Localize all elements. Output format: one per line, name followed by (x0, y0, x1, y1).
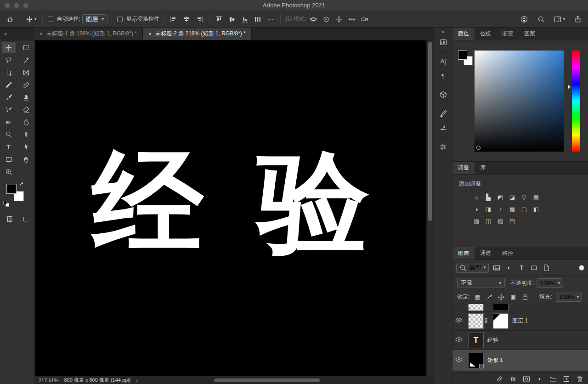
layer-mask-thumbnail[interactable] (493, 313, 509, 329)
rectangular-marquee-tool[interactable] (19, 42, 33, 53)
lock-all-button[interactable] (521, 293, 529, 302)
close-icon[interactable]: × (148, 31, 152, 37)
account-button[interactable] (519, 13, 530, 25)
tab-swatches[interactable]: 色板 (475, 28, 497, 40)
lock-artboard-button[interactable]: ▣ (509, 293, 517, 302)
history-brush-tool[interactable] (2, 104, 16, 115)
swap-colors-icon[interactable] (19, 182, 27, 189)
tab-gradients[interactable]: 渐变 (497, 28, 519, 40)
minimize-window-button[interactable] (14, 3, 19, 8)
hue-slider-arrow-icon[interactable] (568, 85, 571, 89)
paragraph-panel-button[interactable]: ¶ (435, 69, 451, 83)
gradient-tool[interactable] (2, 116, 16, 128)
dodge-tool[interactable] (2, 129, 16, 140)
layer-mask-thumbnail[interactable] (493, 304, 509, 311)
align-center-vertical-button[interactable] (226, 13, 237, 25)
layer-thumbnail[interactable] (468, 313, 484, 329)
layer-filter-toggle[interactable] (579, 265, 584, 271)
3d-pan-button[interactable] (334, 13, 345, 25)
screen-mode-button[interactable] (20, 213, 31, 225)
tab-adjustments[interactable]: 调整 (452, 162, 475, 174)
filter-type-layers-button[interactable]: T (517, 263, 526, 273)
visibility-toggle[interactable] (452, 311, 465, 330)
show-transform-checkbox[interactable] (117, 17, 123, 22)
home-button[interactable] (5, 13, 16, 25)
adjustment-levels-button[interactable]: ▙ (483, 192, 494, 202)
edit-toolbar-button[interactable]: ··· (19, 166, 33, 177)
adjustment-color-balance-button[interactable]: ◑ (471, 204, 482, 214)
tool-preset-button[interactable]: ▾ (24, 13, 38, 25)
collapse-tools-icon[interactable]: « (0, 28, 11, 40)
3d-roll-button[interactable] (321, 13, 332, 25)
horizontal-scrollbar-thumb[interactable] (214, 378, 320, 382)
frame-tool[interactable] (19, 67, 33, 78)
lock-transparency-button[interactable]: ▦ (473, 293, 481, 302)
adjustment-channel-mixer-button[interactable]: ▩ (507, 204, 518, 214)
layer-row-text[interactable]: T 经验 (452, 331, 588, 350)
eraser-tool[interactable] (19, 104, 33, 115)
collapse-panels-icon[interactable]: « (438, 28, 449, 35)
3d-scale-button[interactable] (359, 13, 370, 25)
adjustment-brightness-contrast-button[interactable]: ☼ (471, 192, 482, 202)
adjustment-vibrance-button[interactable]: ▽ (519, 192, 530, 202)
eyedropper-tool[interactable] (2, 79, 16, 90)
tab-libraries[interactable]: 库 (475, 162, 491, 174)
tab-layers[interactable]: 图层 (452, 247, 475, 260)
color-field-cursor[interactable] (476, 146, 481, 150)
layer-style-button[interactable]: fx (509, 374, 517, 384)
align-right-button[interactable] (194, 13, 205, 25)
lock-position-button[interactable] (497, 293, 505, 302)
adjustments-mixer-panel-button[interactable] (435, 140, 451, 154)
tab-patterns[interactable]: 图案 (519, 28, 541, 40)
type-tool[interactable]: T (2, 141, 16, 152)
move-tool[interactable] (2, 42, 16, 53)
close-window-button[interactable] (5, 3, 10, 8)
align-top-button[interactable] (214, 13, 225, 25)
filter-pixel-layers-button[interactable] (492, 263, 501, 273)
document-tab-2[interactable]: × 未标题-2 @ 218% (矩形 1, RGB/8*) * (143, 28, 252, 40)
histogram-panel-button[interactable] (435, 35, 451, 49)
adjustment-gradient-map-button[interactable]: ▨ (495, 216, 506, 226)
opacity-field[interactable]: 100% ▾ (537, 278, 563, 288)
adjustment-posterize-button[interactable]: ▥ (471, 216, 482, 226)
3d-slide-button[interactable] (346, 13, 357, 25)
3d-orbit-button[interactable] (308, 13, 319, 25)
lock-image-button[interactable] (485, 293, 493, 302)
layer-row-layer1[interactable]: 图层 1 (452, 311, 588, 331)
properties-panel-button[interactable] (435, 121, 451, 135)
quick-mask-button[interactable] (4, 213, 15, 225)
clone-stamp-tool[interactable] (19, 91, 33, 103)
brush-settings-panel-button[interactable] (435, 107, 451, 120)
new-adjustment-layer-button[interactable]: ◐ (536, 374, 543, 384)
zoom-tool[interactable] (2, 166, 16, 177)
object-selection-tool[interactable] (19, 54, 33, 66)
document-tab-1[interactable]: × 未标题-1 @ 198% (矩形 1, RGB/8*) * (34, 28, 143, 40)
vertical-scrollbar-thumb[interactable] (428, 42, 432, 221)
tab-color[interactable]: 颜色 (452, 28, 475, 40)
vertical-scrollbar[interactable] (426, 40, 434, 376)
layer-name[interactable]: 经验 (487, 336, 498, 344)
blur-tool[interactable] (19, 116, 33, 128)
link-layers-button[interactable] (496, 374, 503, 384)
foreground-color-well[interactable] (458, 51, 467, 60)
visibility-cell[interactable] (452, 304, 465, 311)
share-button[interactable] (572, 13, 583, 25)
align-bottom-button[interactable] (239, 13, 250, 25)
hand-tool[interactable] (19, 153, 33, 165)
adjustment-hue-saturation-button[interactable]: ▦ (531, 192, 542, 202)
saturation-brightness-field[interactable] (475, 51, 564, 152)
filter-smart-objects-button[interactable] (542, 263, 551, 273)
shape-layer-thumbnail[interactable] (468, 353, 484, 368)
layer-name[interactable]: 矩形 1 (487, 356, 503, 364)
distribute-horizontal-button[interactable] (252, 13, 263, 25)
adjustment-photo-filter-button[interactable]: ◔ (495, 204, 506, 214)
blend-mode-dropdown[interactable]: 正常 ▾ (457, 278, 505, 288)
path-selection-tool[interactable] (19, 141, 33, 152)
layer-name[interactable]: 图层 1 (512, 317, 528, 325)
tab-channels[interactable]: 通道 (475, 247, 497, 260)
brush-tool[interactable] (2, 91, 16, 103)
layer-row-shape[interactable]: 矩形 1 (452, 350, 588, 371)
layer-filter-type-dropdown[interactable]: 类型 ▾ (456, 263, 489, 273)
adjustment-color-lookup-button[interactable]: ▢ (519, 204, 530, 214)
visibility-toggle[interactable] (452, 331, 465, 350)
